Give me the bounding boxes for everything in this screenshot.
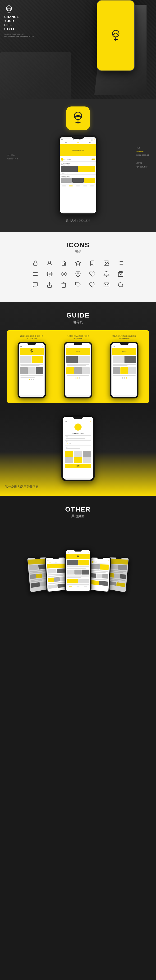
svg-point-13 (105, 262, 106, 262)
hero-section: CHANGE YOUR LIFE STYLE MAKE YOUR LIFE EA… (0, 0, 156, 99)
guide-phone-1-logo (29, 349, 34, 354)
nav-dot-3 (76, 186, 80, 186)
svg-line-30 (122, 286, 123, 287)
gender-options: ♀ 女 ♂ 男 (66, 443, 90, 444)
other-phone-left-screen: 9:41⚡ 关注 首页 发现 (46, 557, 67, 592)
right-annotations: 主色 #fbdc04 R251,G220,B4 小图标 2px 线性图标 (136, 147, 149, 169)
guide-p3-row2 (112, 367, 136, 375)
other-phone-right: 9:41⚡ 个人主页 (88, 557, 111, 593)
bottom-nav (60, 185, 96, 187)
settings-icon (47, 271, 53, 277)
guide-dots-3 (112, 377, 136, 379)
eye-icon (61, 271, 67, 277)
home-icon (61, 260, 67, 266)
icons-row-3 (28, 282, 128, 288)
nav-dot-1 (62, 186, 66, 186)
guide-section: GUIDE 引导页 以·风格·创建提高商务 效率、风格、氛围 特效 9:41 (0, 302, 156, 408)
form-field-1[interactable]: 昵称 (65, 435, 91, 440)
mail-icon (103, 282, 109, 288)
guide-p1-row2 (20, 367, 44, 375)
heart-icon (89, 271, 95, 277)
phone-detail-row: 中文字体 冬青黑体简体 9:41 Tooele ☁ 49°F ▶▶ ⚡ 关注 首… (5, 135, 151, 215)
guide-phone-1-wrapper: 以·风格·创建提高商务 效率、风格、氛围 特效 9:41⚡ (18, 335, 46, 398)
guide-phone-3-screen: 9:41⚡ 帮助记录 (111, 343, 137, 395)
other-phone-center: 9:41⚡ (65, 549, 92, 593)
guide-p2-row2 (66, 367, 90, 375)
other-phone-right-screen: 9:41⚡ 个人主页 (89, 557, 110, 592)
heart-outline-icon (89, 282, 95, 288)
guide-dot-active (125, 377, 127, 379)
bookmark-icon (89, 260, 95, 266)
onboard-image-grid (65, 451, 91, 463)
center-nav-dot (84, 587, 87, 587)
icons-row-1 (28, 260, 128, 266)
image-icon (103, 260, 109, 266)
icon-size-annotation: 小图标 2px 线性图标 (136, 162, 149, 169)
text-block (20, 375, 43, 376)
tag-icon (75, 282, 81, 288)
list-icon (117, 260, 124, 266)
content-card-2: 小编特别推荐的站 (60, 175, 96, 184)
other-p-r-r1 (90, 563, 109, 570)
form-field-3[interactable]: 生日 (65, 445, 91, 450)
keyboard-background (0, 52, 71, 99)
menu-icon (32, 271, 39, 277)
onboard-avatar (74, 423, 82, 431)
guide-p1-row1 (20, 355, 44, 363)
user-avatar (61, 158, 64, 161)
nav-dot-2 (69, 186, 73, 186)
guide-phone-2-screen: 9:41⚡ 轻松打造 (65, 343, 91, 395)
nav-dot-4 (83, 186, 87, 186)
guide-dots (20, 379, 44, 380)
onboarding-section: 9:41⚡ 完善您的个人信息 昵称 性别 ♀ 女 ♂ 男 (0, 408, 156, 496)
other-p-r-r2 (90, 573, 109, 579)
submit-button[interactable]: 完成 (65, 464, 91, 468)
hero-left-text: CHANGE YOUR LIFE STYLE MAKE YOUR LIFE EA… (4, 5, 34, 37)
other-title-zh: 其他页面 (5, 514, 151, 519)
center-nav-dot (77, 587, 79, 587)
text-block (113, 375, 136, 376)
tab-home[interactable]: 首页 (77, 142, 79, 143)
guide-p3-row1 (112, 355, 136, 363)
tab-discover[interactable]: 发现 (89, 142, 91, 143)
text-block (113, 364, 136, 365)
form-field-2[interactable]: 性别 ♀ 女 ♂ 男 (65, 440, 91, 445)
icons-grid-container (28, 260, 128, 288)
center-phone-logo (76, 555, 80, 558)
hero-subtitle: MAKE YOUR LIFE EASIER AND THIS IS A NEW … (4, 33, 34, 37)
design-size-label: 设计尺寸：750*1334 (66, 219, 90, 223)
guide-phone-3-wrapper: 帮助你自己打造记录你的生活 轻松以·风格·创建 9:41⚡ 帮助记录 (110, 335, 138, 398)
map-pin-icon (75, 271, 81, 277)
main-phone-mockup: 9:41 Tooele ☁ 49°F ▶▶ ⚡ 关注 首页 发现 可能你感兴趣的… (58, 135, 98, 215)
svg-point-10 (48, 261, 51, 263)
primary-color-annotation: 主色 #fbdc04 R251,G220,B4 (136, 147, 149, 157)
text-block (20, 365, 40, 366)
other-phone-left: 9:41⚡ 关注 首页 发现 (45, 557, 68, 593)
onboarding-screen: 9:41⚡ 完善您的个人信息 昵称 性别 ♀ 女 ♂ 男 (63, 417, 93, 478)
app-detail-section: 中文字体 冬青黑体简体 9:41 Tooele ☁ 49°F ▶▶ ⚡ 关注 首… (0, 99, 156, 232)
center-p-r3 (66, 579, 90, 584)
guide-phones-row: 以·风格·创建提高商务 效率、风格、氛围 特效 9:41⚡ (10, 335, 146, 398)
phone-notch (72, 137, 84, 138)
svg-point-0 (6, 6, 11, 11)
phone-screen-logo (109, 29, 123, 43)
other-section: OTHER 其他页面 (0, 496, 156, 616)
icons-section: ICONS 图标 (0, 232, 156, 302)
icons-title-zh: 图标 (7, 250, 149, 254)
text-block (67, 365, 86, 366)
comment-icon (32, 282, 39, 288)
icons-row-2 (28, 271, 128, 277)
app-icon-logo (70, 110, 86, 127)
tab-follow[interactable]: 关注 (65, 142, 67, 143)
guide-dot-2 (33, 379, 34, 380)
guide-annotation-left: 以·风格·创建提高商务 效率、风格、氛围 特效 (20, 335, 43, 340)
center-p-r1 (66, 560, 90, 566)
guide-p2-row1 (66, 355, 90, 363)
center-p-r2 (66, 569, 90, 575)
card-avatar-1 (61, 164, 63, 165)
guide-dots-2 (66, 377, 90, 379)
phone-screen: 9:41 Tooele ☁ 49°F ▶▶ ⚡ 关注 首页 发现 可能你感兴趣的… (60, 138, 96, 212)
svg-point-29 (118, 283, 122, 286)
content-card-1: 逛街购物技巧 选购 • 2小时前 ▷ 播放 33 ♡ 12 (60, 162, 96, 175)
text-block (20, 377, 35, 378)
